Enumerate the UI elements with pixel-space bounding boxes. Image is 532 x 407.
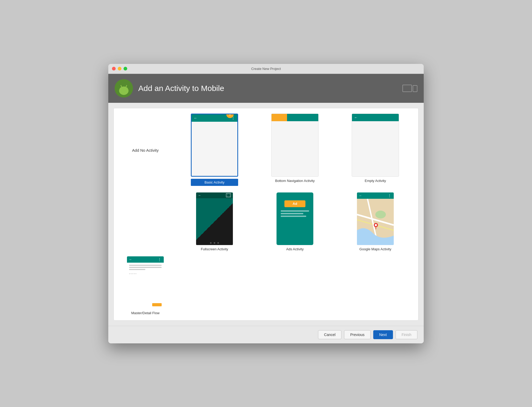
previous-button[interactable]: Previous (344, 330, 370, 339)
bottom-nav-label: Bottom Navigation Activity (275, 179, 315, 183)
row2-spacer (119, 192, 172, 251)
close-button[interactable] (112, 67, 116, 70)
map-toolbar: ← ⋮ (357, 192, 394, 199)
fullscreen-bottom (196, 241, 233, 245)
bnav-item-3 (303, 114, 318, 121)
md-dot (134, 273, 135, 274)
svg-point-10 (375, 211, 386, 218)
empty-activity-label: Empty Activity (365, 179, 386, 183)
md-dot (132, 273, 133, 274)
back-arrow-icon: ← (359, 194, 362, 197)
overflow-icon: ⋮ (158, 257, 162, 262)
svg-point-12 (375, 224, 377, 226)
fullscreen-corners-icon: ⛶ (226, 193, 231, 197)
activity-grid-container: Add No Activity ← ⋮ + Basic Activity (114, 108, 418, 320)
md-action-button (152, 303, 162, 306)
master-detail-toolbar: ← ⋮ (127, 256, 164, 263)
bnav-item-2 (287, 114, 303, 121)
add-no-activity-label: Add No Activity (132, 148, 159, 152)
basic-activity-label: Basic Activity (191, 179, 238, 186)
fullscreen-preview: ← ⛶ (196, 192, 233, 245)
devices-icon (402, 85, 417, 92)
monitor-icon (402, 85, 412, 92)
activity-grid-row1: Add No Activity ← ⋮ + Basic Activity (119, 114, 413, 187)
titlebar: Create New Project (108, 64, 424, 74)
bottom-nav-preview: ← ⋮ (271, 114, 319, 177)
cancel-button[interactable]: Cancel (318, 330, 342, 339)
ad-line (281, 216, 306, 217)
back-arrow-icon: ← (354, 115, 358, 120)
master-detail-label: Master/Detail Flow (131, 311, 160, 315)
ads-label: Ads Activity (286, 247, 304, 251)
add-no-activity-option[interactable]: Add No Activity (119, 114, 172, 187)
nav-dot (210, 242, 212, 244)
bottom-nav-bar (272, 114, 318, 121)
bottom-navigation-activity-card[interactable]: ← ⋮ Bottom Navigation Activity (257, 114, 332, 183)
next-button[interactable]: Next (373, 330, 393, 339)
back-arrow-icon: ← (129, 258, 132, 261)
basic-activity-preview: ← ⋮ + (191, 114, 238, 177)
back-arrow-icon: ← (194, 116, 197, 120)
md-line (129, 265, 162, 266)
finish-button: Finish (396, 330, 417, 339)
bnav-item-1 (272, 114, 287, 121)
svg-line-5 (126, 85, 127, 88)
md-dots-row (127, 272, 164, 275)
md-dot (129, 273, 130, 274)
minimize-button[interactable] (118, 67, 121, 70)
google-maps-activity-card[interactable]: ← ⋮ (338, 192, 413, 251)
md-line-short (129, 269, 145, 270)
svg-line-4 (121, 85, 122, 88)
header-title: Add an Activity to Mobile (138, 84, 224, 93)
fullscreen-activity-card[interactable]: ← ⛶ Fullscreen Activity (177, 192, 252, 251)
ads-preview: Ad (277, 192, 313, 245)
empty-activity-preview: ← (352, 114, 399, 177)
header: Add an Activity to Mobile (108, 74, 424, 103)
window-title: Create New Project (251, 67, 281, 71)
nav-dot (214, 242, 215, 244)
master-detail-preview: ← ⋮ (127, 256, 164, 309)
master-detail-lines (127, 263, 164, 272)
map-body (357, 199, 394, 245)
window: Create New Project Add an Activity to Mo… (108, 64, 424, 343)
ads-activity-card[interactable]: Ad Ads Activity (257, 192, 332, 251)
empty-activity-card[interactable]: ← Empty Activity (338, 114, 413, 183)
titlebar-buttons (112, 67, 127, 70)
google-maps-label: Google Maps Activity (359, 247, 391, 251)
maximize-button[interactable] (124, 67, 127, 70)
master-detail-card[interactable]: ← ⋮ (119, 256, 172, 315)
main-content: Add No Activity ← ⋮ + Basic Activity (108, 103, 424, 326)
empty-activity-toolbar: ← (352, 114, 399, 121)
footer: Cancel Previous Next Finish (108, 326, 424, 343)
google-maps-preview: ← ⋮ (357, 192, 394, 245)
phone-icon (413, 85, 417, 92)
ad-content-lines (281, 210, 309, 217)
fullscreen-label: Fullscreen Activity (201, 247, 228, 251)
md-dot (131, 273, 132, 274)
android-logo (115, 79, 133, 98)
svg-rect-3 (120, 88, 128, 92)
activity-grid-row2: ← ⛶ Fullscreen Activity (119, 192, 413, 315)
back-arrow-icon: ← (198, 194, 201, 197)
md-dot (135, 273, 136, 274)
fullscreen-diagonal (196, 198, 233, 245)
basic-activity-card[interactable]: ← ⋮ + Basic Activity (177, 114, 252, 186)
md-line (129, 267, 162, 268)
header-left: Add an Activity to Mobile (115, 79, 224, 98)
nav-dot (217, 242, 219, 244)
overflow-icon: ⋮ (388, 194, 392, 198)
ad-line (281, 210, 309, 212)
fullscreen-toolbar: ← ⛶ (196, 192, 233, 198)
ad-banner: Ad (284, 200, 305, 207)
ad-line (281, 213, 303, 214)
